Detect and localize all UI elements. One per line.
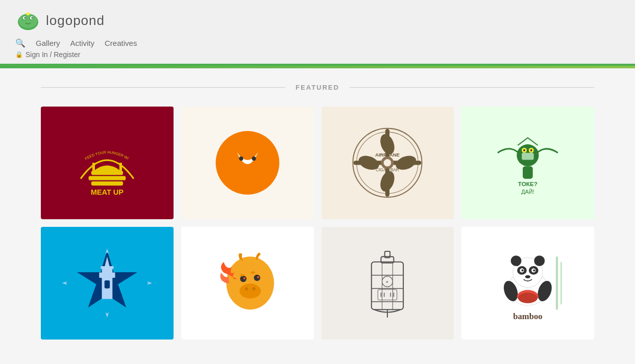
fox-logo bbox=[194, 118, 301, 208]
svg-point-24 bbox=[384, 159, 392, 167]
dragon-logo bbox=[194, 238, 301, 328]
svg-rect-42 bbox=[99, 272, 115, 277]
nav-gallery[interactable]: Gallery bbox=[36, 39, 60, 47]
svg-text:✦: ✦ bbox=[386, 279, 389, 284]
meat-up-logo: MEAT UP FEED YOUR HUNGER WISELY bbox=[54, 118, 160, 208]
grid-item-6[interactable] bbox=[181, 227, 314, 340]
svg-rect-58 bbox=[372, 262, 403, 310]
svg-rect-45 bbox=[105, 280, 110, 289]
search-icon[interactable]: 🔍 bbox=[15, 38, 26, 48]
svg-point-51 bbox=[240, 276, 246, 282]
toke-dai-logo: ТОКЕ? ДАЙ! bbox=[475, 118, 581, 208]
svg-marker-47 bbox=[106, 312, 109, 317]
featured-line-right bbox=[350, 87, 594, 88]
svg-point-84 bbox=[525, 275, 530, 278]
lock-icon: 🔒 bbox=[15, 51, 23, 58]
featured-line-left bbox=[41, 87, 285, 88]
airplane-cigar-bar-logo: AIRPLANE CIGAR BAR bbox=[334, 118, 441, 208]
svg-point-1 bbox=[19, 14, 37, 28]
svg-text:MEAT UP: MEAT UP bbox=[91, 188, 124, 196]
svg-rect-37 bbox=[523, 166, 533, 179]
svg-point-53 bbox=[243, 277, 245, 279]
grid-item-1[interactable]: MEAT UP FEED YOUR HUNGER WISELY bbox=[41, 107, 174, 219]
svg-point-88 bbox=[518, 293, 537, 303]
svg-point-26 bbox=[378, 169, 398, 194]
featured-grid: MEAT UP FEED YOUR HUNGER WISELY bbox=[41, 107, 594, 340]
svg-point-76 bbox=[511, 255, 522, 266]
svg-rect-10 bbox=[89, 176, 126, 180]
svg-point-36 bbox=[530, 149, 532, 151]
svg-point-18 bbox=[252, 157, 256, 161]
svg-rect-14 bbox=[92, 163, 95, 171]
bamboo-panda-logo: bamboo bbox=[475, 238, 581, 328]
svg-point-8 bbox=[27, 12, 30, 15]
grid-item-7[interactable]: ✦ bbox=[322, 227, 454, 340]
svg-point-55 bbox=[239, 283, 261, 298]
header: logopond 🔍 Gallery Activity Creatives 🔒 … bbox=[0, 0, 635, 68]
svg-rect-9 bbox=[91, 171, 123, 175]
featured-header: FEATURED bbox=[41, 84, 594, 91]
featured-title: FEATURED bbox=[296, 84, 339, 91]
svg-point-17 bbox=[239, 157, 243, 161]
grid-item-8[interactable]: bamboo bbox=[461, 227, 594, 340]
grid-item-2[interactable] bbox=[181, 107, 314, 219]
svg-point-6 bbox=[25, 17, 26, 19]
svg-text:AIRPLANE: AIRPLANE bbox=[375, 152, 400, 158]
svg-point-54 bbox=[257, 276, 259, 278]
sign-in-link[interactable]: Sign In / Register bbox=[26, 50, 80, 59]
svg-point-7 bbox=[32, 17, 33, 19]
svg-text:ТОКЕ?: ТОКЕ? bbox=[518, 181, 538, 188]
svg-text:FEED YOUR HUNGER WISELY: FEED YOUR HUNGER WISELY bbox=[54, 118, 130, 161]
svg-text:bamboo: bamboo bbox=[514, 311, 543, 321]
main-content: FEATURED MEAT UP FEED YOUR HUNGER WISELY bbox=[0, 68, 635, 355]
grid-item-3[interactable]: AIRPLANE CIGAR BAR bbox=[322, 107, 454, 219]
logo-text[interactable]: logopond bbox=[46, 13, 105, 29]
nav-activity[interactable]: Activity bbox=[70, 39, 95, 47]
svg-text:CIGAR BAR: CIGAR BAR bbox=[376, 167, 400, 172]
svg-point-77 bbox=[534, 255, 545, 266]
tower-compass-logo bbox=[54, 238, 160, 328]
svg-rect-11 bbox=[91, 181, 123, 186]
grid-item-4[interactable]: ТОКЕ? ДАЙ! bbox=[461, 107, 594, 219]
svg-point-83 bbox=[533, 269, 535, 271]
svg-marker-48 bbox=[62, 281, 67, 284]
svg-point-82 bbox=[522, 269, 524, 271]
logopond-logo-icon[interactable] bbox=[15, 8, 41, 33]
svg-point-56 bbox=[245, 287, 248, 290]
nav-creatives[interactable]: Creatives bbox=[105, 39, 137, 47]
svg-text:ДАЙ!: ДАЙ! bbox=[521, 189, 534, 195]
svg-point-35 bbox=[523, 149, 525, 151]
grid-item-5[interactable] bbox=[41, 227, 174, 340]
svg-point-52 bbox=[254, 275, 260, 281]
lantern-logo: ✦ bbox=[334, 238, 441, 328]
svg-rect-32 bbox=[522, 153, 534, 160]
svg-marker-49 bbox=[147, 281, 152, 284]
svg-point-57 bbox=[252, 287, 255, 290]
svg-rect-15 bbox=[119, 163, 122, 171]
svg-point-50 bbox=[226, 256, 274, 309]
